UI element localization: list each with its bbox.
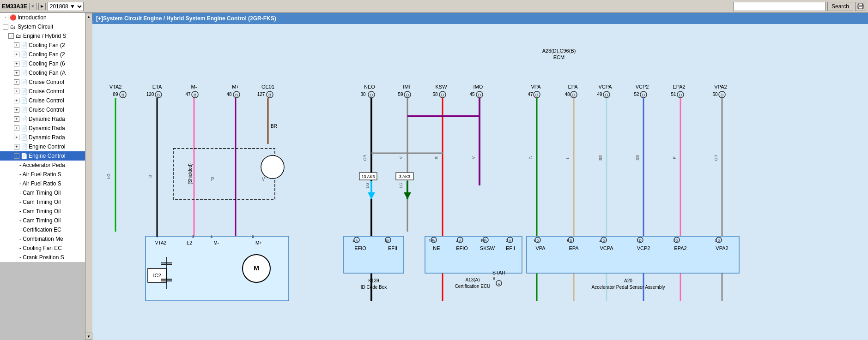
conn-d-vpa-label: D bbox=[535, 93, 539, 97]
sidebar-item-cam1[interactable]: - Cam Timing Oil bbox=[0, 188, 92, 197]
wire-label-sb1: SB bbox=[635, 155, 640, 161]
svg-rect-1 bbox=[859, 6, 862, 9]
pin-58: 58 bbox=[432, 92, 438, 97]
sidebar-item-cooling1[interactable]: + 📄 Cooling Fan (2 bbox=[0, 41, 92, 50]
expander-cooling1[interactable]: + bbox=[14, 42, 19, 48]
expander-cooling3[interactable]: + bbox=[14, 61, 19, 66]
expander-engine-hybrid[interactable]: - bbox=[8, 33, 14, 39]
sidebar-item-airfuel2[interactable]: - Air Fuel Ratio S bbox=[0, 179, 92, 188]
sidebar-item-dynamic1[interactable]: + 📄 Dynamic Rada bbox=[0, 114, 92, 124]
expander-cooling4[interactable]: + bbox=[14, 70, 19, 76]
wiring-diagram: A23(D),C96(B) ECM VTA2 89 B ETA 120 B M-… bbox=[92, 24, 868, 340]
epa2-bot-label: EPA2 bbox=[674, 245, 686, 251]
sidebar-item-crank[interactable]: - Crank Position S bbox=[0, 253, 92, 262]
print-button[interactable] bbox=[855, 2, 866, 11]
wire-label-lg2: LG bbox=[365, 183, 370, 188]
wire-label-g1: G bbox=[528, 156, 533, 159]
sidebar-item-cam2[interactable]: - Cam Timing Oil bbox=[0, 197, 92, 207]
sidebar-item-cruise4[interactable]: + 📄 Cruise Control bbox=[0, 105, 92, 114]
sidebar-item-accel[interactable]: - Accelerator Peda bbox=[0, 161, 92, 170]
sidebar-item-cert[interactable]: - Certification EC bbox=[0, 225, 92, 234]
conn-a-label1: A bbox=[356, 239, 358, 242]
sidebar-label-combo: - Combination Me bbox=[19, 235, 63, 243]
sidebar-item-combo[interactable]: - Combination Me bbox=[0, 234, 92, 244]
expander-system-circuit[interactable]: - bbox=[3, 24, 8, 30]
expander-cruise2[interactable]: + bbox=[14, 89, 19, 94]
expander-cooling2[interactable]: + bbox=[14, 52, 19, 57]
conn-d-vpa-bot-lbl: D bbox=[536, 239, 539, 242]
pin-49: 49 bbox=[597, 92, 602, 97]
sidebar-item-dynamic2[interactable]: + 📄 Dynamic Rada bbox=[0, 124, 92, 133]
sidebar-item-system-circuit[interactable]: - 🗂 System Circuit bbox=[0, 22, 92, 31]
col-mminus: M- bbox=[191, 84, 197, 89]
sidebar-item-engine-hybrid[interactable]: - 🗂 Engine / Hybrid S bbox=[0, 31, 92, 41]
sidebar-item-cruise2[interactable]: + 📄 Cruise Control bbox=[0, 87, 92, 96]
expander-cruise4[interactable]: + bbox=[14, 107, 19, 113]
sidebar-item-engine-control1[interactable]: + 📄 Engine Control bbox=[0, 142, 92, 151]
star-label: STAR bbox=[492, 270, 506, 275]
expander-introduction[interactable]: - bbox=[3, 15, 8, 20]
conn-d-epa2-label: D bbox=[679, 93, 682, 97]
col-vcpa: VCPA bbox=[598, 84, 612, 89]
pin-51: 51 bbox=[671, 92, 676, 97]
sidebar-label-coolingfanec: - Cooling Fan EC bbox=[19, 244, 62, 252]
play-button[interactable]: ▶ bbox=[38, 3, 46, 10]
diagram-area[interactable]: A23(D),C96(B) ECM VTA2 89 B ETA 120 B M-… bbox=[92, 24, 868, 340]
accel-assembly-label: Accelerator Pedal Sensor Assembly bbox=[592, 285, 665, 290]
sidebar-item-cruise1[interactable]: + 📄 Cruise Control bbox=[0, 78, 92, 87]
col-vpa: VPA bbox=[531, 84, 541, 89]
pin-89: 89 bbox=[113, 92, 118, 97]
sidebar-item-engine-control2[interactable]: - 📄 Engine Control bbox=[0, 151, 92, 161]
sidebar-scroll-up[interactable]: ▲ bbox=[85, 13, 92, 20]
expander-dynamic1[interactable]: + bbox=[14, 116, 19, 122]
app-title: EM33A3E bbox=[2, 3, 27, 10]
sidebar-label-accel: - Accelerator Peda bbox=[19, 161, 65, 169]
accel-box bbox=[527, 236, 739, 273]
conn-a-sksw-lbl: A bbox=[485, 239, 487, 242]
sidebar-item-cooling3[interactable]: + 📄 Cooling Fan (6 bbox=[0, 59, 92, 68]
search-button[interactable]: Search bbox=[827, 2, 853, 11]
expander-cruise1[interactable]: + bbox=[14, 79, 19, 85]
conn-a-ne-lbl: A bbox=[433, 239, 435, 242]
sidebar-item-dynamic3[interactable]: + 📄 Dynamic Rada bbox=[0, 133, 92, 142]
sidebar-item-airfuel1[interactable]: - Air Fuel Ratio S bbox=[0, 170, 92, 179]
col-vpa2: VPA2 bbox=[714, 84, 727, 89]
expander-cruise3[interactable]: + bbox=[14, 98, 19, 103]
sidebar-item-cooling2[interactable]: + 📄 Cooling Fan (2 bbox=[0, 50, 92, 59]
sidebar-label-cooling3: Cooling Fan (6 bbox=[29, 60, 65, 68]
sidebar-label-engine-hybrid: Engine / Hybrid S bbox=[23, 32, 66, 40]
expander-dynamic2[interactable]: + bbox=[14, 125, 19, 131]
vcpa-bot-label: VCPA bbox=[600, 245, 613, 251]
close-button[interactable]: × bbox=[29, 3, 36, 10]
wire-label-v2: V bbox=[471, 156, 476, 159]
vta2-ckt-label: VTA2 bbox=[155, 240, 167, 245]
sidebar-item-cam3[interactable]: - Cam Timing Oil bbox=[0, 207, 92, 216]
mminus-ckt-label: M- bbox=[213, 240, 219, 245]
expander-dynamic3[interactable]: + bbox=[14, 135, 19, 140]
sidebar-item-cam4[interactable]: - Cam Timing Oil bbox=[0, 216, 92, 225]
year-select[interactable]: 201808 ▼ bbox=[48, 2, 84, 11]
expander-engine-control2[interactable]: - bbox=[14, 153, 19, 159]
ic2-label: IC2 bbox=[153, 273, 161, 278]
sidebar-item-cruise3[interactable]: + 📄 Cruise Control bbox=[0, 96, 92, 105]
doc-icon-cruise4: 📄 bbox=[20, 106, 28, 113]
col-eta: ETA bbox=[152, 84, 162, 89]
cert-ecu-label: Certification ECU bbox=[455, 284, 491, 289]
sidebar-label-engine-control2: Engine Control bbox=[29, 152, 65, 160]
sidebar-item-coolingfanec[interactable]: - Cooling Fan EC bbox=[0, 244, 92, 253]
motor-label: M bbox=[254, 264, 259, 272]
doc-icon-cruise3: 📄 bbox=[20, 97, 28, 104]
sidebar-scroll-down[interactable]: ▼ bbox=[85, 333, 92, 340]
conn-d-imo-label: D bbox=[478, 93, 481, 97]
sidebar-item-introduction[interactable]: - 🔴 Introduction bbox=[0, 13, 92, 22]
content-area: [+]System Circuit Engine / Hybrid System… bbox=[92, 13, 868, 340]
search-input[interactable] bbox=[733, 2, 826, 11]
expander-engine-control1[interactable]: + bbox=[14, 144, 19, 149]
a13a-label: A13(A) bbox=[465, 277, 480, 282]
ecm-label: A23(D),C96(B) bbox=[542, 48, 576, 54]
doc-icon-dynamic3: 📄 bbox=[20, 134, 28, 141]
pin1-ckt: 1 bbox=[210, 234, 212, 239]
conn-d-vcp2-bot-lbl: D bbox=[639, 239, 641, 242]
sidebar-item-cooling4[interactable]: + 📄 Cooling Fan (A bbox=[0, 68, 92, 78]
sksw-label: SKSW bbox=[480, 245, 495, 251]
